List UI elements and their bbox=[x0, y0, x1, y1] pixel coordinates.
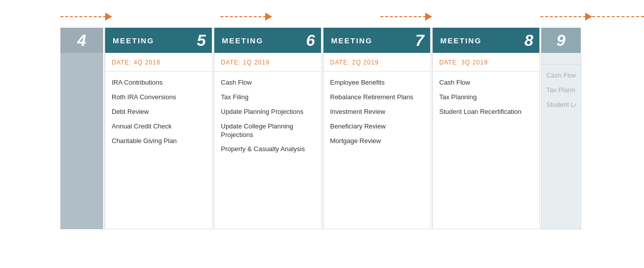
timeline-row bbox=[60, 9, 644, 24]
meeting-6-card: MEETING 6 DATE: 1Q 2019 Cash Flow Tax Fi… bbox=[213, 28, 321, 229]
list-item: Charitable Giving Plan bbox=[112, 137, 205, 146]
arrow-section-4 bbox=[540, 13, 592, 21]
list-item: Tax Filing bbox=[221, 93, 314, 102]
meeting-6-date: DATE: 1Q 2019 bbox=[214, 53, 321, 72]
meeting-8-date-value: 3Q 2019 bbox=[461, 59, 488, 66]
meeting-7-card: MEETING 7 DATE: 2Q 2019 Employee Benefit… bbox=[323, 28, 431, 229]
meetings-row: 4 MEETING 5 DATE: 4Q 2018 IRA Contributi… bbox=[60, 28, 644, 229]
meeting-6-date-value: 1Q 2019 bbox=[243, 59, 270, 66]
meeting-6-number: 6 bbox=[306, 32, 315, 48]
meeting-5-date-value: 4Q 2018 bbox=[134, 59, 160, 66]
meeting-8-date-label: DATE: bbox=[439, 59, 459, 66]
meeting-6-label: MEETING bbox=[222, 36, 263, 45]
meeting-7-header: MEETING 7 bbox=[323, 28, 430, 53]
meeting-6-date-label: DATE: bbox=[221, 59, 240, 66]
meeting-8-number: 8 bbox=[524, 32, 533, 48]
arrow-head-4 bbox=[585, 13, 592, 21]
meeting-5-date: DATE: 4Q 2018 bbox=[105, 53, 212, 72]
list-item: Cash Flow bbox=[221, 79, 314, 87]
list-item: Mortgage Review bbox=[330, 137, 423, 146]
meeting-8-date: DATE: 3Q 2019 bbox=[432, 53, 539, 72]
meeting-6-items: Cash Flow Tax Filing Update Planning Pro… bbox=[214, 72, 321, 167]
meeting-4-number: 4 bbox=[77, 32, 87, 48]
meeting-5-label: MEETING bbox=[113, 36, 154, 45]
arrow-line-3 bbox=[380, 16, 426, 17]
list-item: Rebalance Retirement Plans bbox=[330, 93, 423, 102]
meeting-7-label: MEETING bbox=[331, 36, 372, 45]
meeting-4-header: 4 bbox=[60, 28, 103, 53]
arrow-head-3 bbox=[425, 13, 432, 21]
meeting-7-items: Employee Benefits Rebalance Retirement P… bbox=[323, 72, 430, 158]
list-item: Roth IRA Conversions bbox=[112, 93, 205, 102]
arrow-line-2 bbox=[220, 16, 266, 17]
list-item: Investment Review bbox=[330, 108, 423, 116]
meeting-8-label: MEETING bbox=[440, 36, 481, 45]
list-item: Student Loan Recertification bbox=[439, 108, 532, 116]
list-item: Update College Planning Projections bbox=[221, 122, 314, 140]
list-item: Tax Planning bbox=[546, 86, 576, 95]
meeting-5-card: MEETING 5 DATE: 4Q 2018 IRA Contribution… bbox=[104, 28, 212, 229]
meeting-8-items: Cash Flow Tax Planning Student Loan Rece… bbox=[432, 72, 539, 129]
list-item: Cash Flow bbox=[546, 72, 576, 80]
meeting-7-date-label: DATE: bbox=[330, 59, 350, 66]
meeting-7-number: 7 bbox=[415, 32, 424, 48]
meeting-5-number: 5 bbox=[197, 32, 206, 48]
list-item: Annual Credit Check bbox=[112, 122, 205, 131]
meeting-9-card: 9 Cash Flow Tax Planning Student Loan Re… bbox=[541, 28, 581, 229]
meeting-6-header: MEETING 6 bbox=[214, 28, 321, 53]
meeting-9-items: Cash Flow Tax Planning Student Loan Rece… bbox=[541, 64, 581, 122]
list-item: Update Planning Projections bbox=[221, 108, 314, 116]
list-item: Property & Casualty Analysis bbox=[221, 145, 314, 154]
page-container: 4 MEETING 5 DATE: 4Q 2018 IRA Contributi… bbox=[0, 0, 644, 268]
arrow-section-1 bbox=[60, 13, 112, 21]
meeting-5-header: MEETING 5 bbox=[105, 28, 212, 53]
list-item: Debt Review bbox=[112, 108, 205, 116]
list-item: IRA Contributions bbox=[112, 79, 205, 87]
arrow-head-2 bbox=[265, 13, 272, 21]
list-item: Cash Flow bbox=[439, 79, 532, 87]
meeting-9-date bbox=[541, 53, 581, 64]
arrow-head-1 bbox=[105, 13, 112, 21]
list-item: Beneficiary Review bbox=[330, 122, 423, 131]
meeting-7-date: DATE: 2Q 2019 bbox=[323, 53, 430, 72]
meeting-9-header: 9 bbox=[541, 28, 581, 53]
meeting-5-date-label: DATE: bbox=[112, 59, 131, 66]
meeting-7-date-value: 2Q 2019 bbox=[352, 59, 379, 66]
list-item: Tax Planning bbox=[439, 93, 532, 102]
list-item: Employee Benefits bbox=[330, 79, 423, 87]
arrow-section-2 bbox=[220, 13, 272, 21]
meeting-8-header: MEETING 8 bbox=[432, 28, 539, 53]
arrow-line bbox=[60, 16, 106, 17]
arrow-line-4 bbox=[540, 16, 586, 17]
meeting-9-number: 9 bbox=[556, 32, 566, 48]
list-item: Student Loan Recertification bbox=[546, 101, 576, 109]
meeting-8-card: MEETING 8 DATE: 3Q 2019 Cash Flow Tax Pl… bbox=[432, 28, 540, 229]
meeting-5-items: IRA Contributions Roth IRA Conversions D… bbox=[105, 72, 212, 158]
arrow-section-3 bbox=[380, 13, 432, 21]
meeting-4-card: 4 bbox=[60, 28, 103, 229]
